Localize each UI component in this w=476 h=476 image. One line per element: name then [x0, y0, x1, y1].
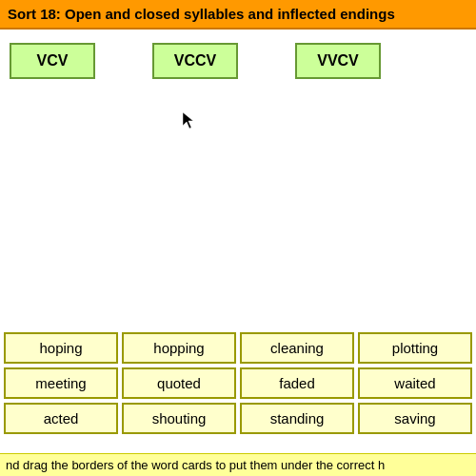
word-cards-section: hoping hopping cleaning plotting meeting…: [0, 328, 476, 438]
word-card-standing[interactable]: standing: [240, 403, 354, 434]
word-card-acted[interactable]: acted: [4, 403, 118, 434]
drop-column-vccv: [165, 89, 310, 327]
category-vcv[interactable]: VCV: [10, 43, 95, 79]
word-card-quoted[interactable]: quoted: [122, 367, 236, 399]
drop-area: [0, 89, 476, 327]
header: Sort 18: Open and closed syllables and i…: [0, 0, 476, 30]
footer-bar: nd drag the borders of the word cards to…: [0, 453, 476, 476]
word-card-saving[interactable]: saving: [358, 403, 472, 434]
word-card-plotting[interactable]: plotting: [358, 332, 472, 364]
word-card-hoping[interactable]: hoping: [4, 332, 118, 364]
word-card-hopping[interactable]: hopping: [122, 332, 236, 364]
categories-row: VCV VCCV VVCV: [0, 30, 476, 89]
category-vccv[interactable]: VCCV: [152, 43, 238, 79]
category-vvcv[interactable]: VVCV: [295, 43, 381, 79]
drop-column-vvcv: [321, 89, 466, 327]
word-card-shouting[interactable]: shouting: [122, 403, 236, 434]
word-card-cleaning[interactable]: cleaning: [240, 332, 354, 364]
word-card-meeting[interactable]: meeting: [4, 367, 118, 399]
word-card-waited[interactable]: waited: [358, 367, 472, 399]
footer-text: nd drag the borders of the word cards to…: [6, 458, 385, 472]
word-card-faded[interactable]: faded: [240, 367, 354, 399]
drop-column-vcv: [10, 89, 155, 327]
header-title: Sort 18: Open and closed syllables and i…: [8, 6, 395, 22]
